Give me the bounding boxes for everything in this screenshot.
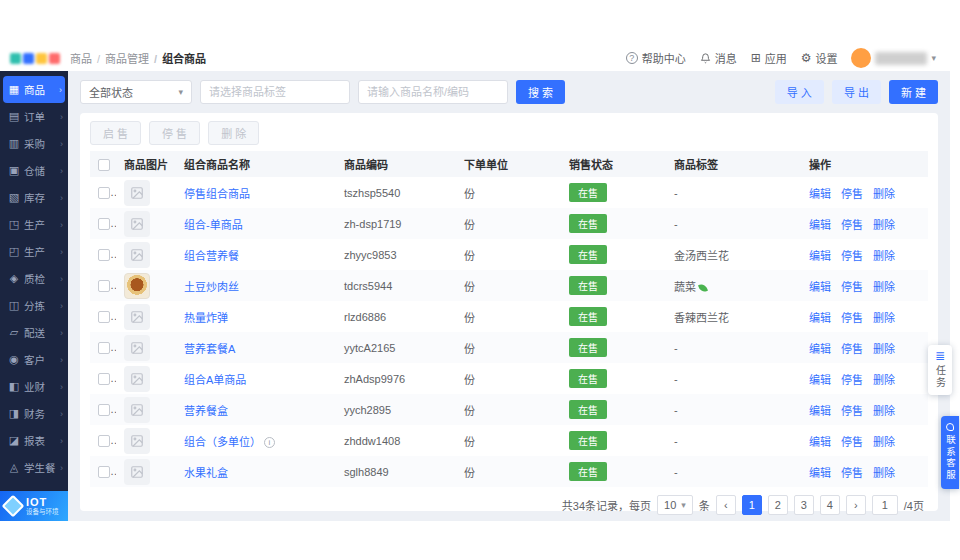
info-icon[interactable]: i [264, 437, 275, 448]
edit-link[interactable]: 编辑 [809, 309, 831, 325]
sidebar-item-报表[interactable]: ◪报表› [0, 427, 68, 454]
delete-link[interactable]: 删除 [873, 278, 895, 294]
stop-sale-link[interactable]: 停售 [841, 278, 863, 294]
sidebar-item-学生餐[interactable]: ◬学生餐› [0, 454, 68, 481]
inventory-icon: ▧ [8, 192, 20, 203]
sidebar-item-采购[interactable]: ▥采购› [0, 130, 68, 157]
bulk-disable-button[interactable]: 停 售 [149, 121, 200, 145]
export-button[interactable]: 导 出 [832, 80, 881, 104]
status-cell: 在售 [561, 208, 666, 239]
stop-sale-link[interactable]: 停售 [841, 216, 863, 232]
page-button-2[interactable]: 2 [768, 495, 788, 515]
row-checkbox[interactable] [98, 280, 110, 292]
sidebar-item-财务[interactable]: ◨财务› [0, 400, 68, 427]
delete-link[interactable]: 删除 [873, 371, 895, 387]
row-checkbox[interactable] [98, 404, 110, 416]
product-name-link[interactable]: 土豆炒肉丝 [184, 281, 239, 293]
page-jump-input[interactable]: 1 [872, 495, 898, 515]
edit-link[interactable]: 编辑 [809, 247, 831, 263]
product-name-link[interactable]: 水果礼盒 [184, 467, 228, 479]
delete-link[interactable]: 删除 [873, 185, 895, 201]
delete-link[interactable]: 删除 [873, 433, 895, 449]
row-checkbox[interactable] [98, 249, 110, 261]
help-center-button[interactable]: ? 帮助中心 [626, 50, 686, 66]
iot-footer[interactable]: IOT 设备与环境 [0, 491, 68, 521]
stop-sale-link[interactable]: 停售 [841, 309, 863, 325]
stop-sale-link[interactable]: 停售 [841, 371, 863, 387]
messages-button[interactable]: 消息 [700, 50, 737, 66]
sidebar-item-分拣[interactable]: ◫分拣› [0, 292, 68, 319]
edit-link[interactable]: 编辑 [809, 216, 831, 232]
product-name-link[interactable]: 组合A单商品 [184, 374, 246, 386]
page-button-1[interactable]: 1 [742, 495, 762, 515]
bulk-enable-button[interactable]: 启 售 [90, 121, 141, 145]
edit-link[interactable]: 编辑 [809, 402, 831, 418]
tag-filter-input[interactable] [200, 80, 350, 104]
stop-sale-link[interactable]: 停售 [841, 340, 863, 356]
sidebar-item-商品[interactable]: ▦商品› [3, 76, 65, 103]
search-button[interactable]: 搜 索 [516, 80, 565, 104]
status-select[interactable]: 全部状态 ▾ [80, 80, 192, 104]
sidebar-item-业财[interactable]: ◧业财› [0, 373, 68, 400]
edit-link[interactable]: 编辑 [809, 340, 831, 356]
next-page-button[interactable]: › [846, 495, 866, 515]
create-button[interactable]: 新 建 [889, 80, 938, 104]
user-menu[interactable]: ▾ [851, 48, 936, 68]
stop-sale-link[interactable]: 停售 [841, 464, 863, 480]
row-checkbox[interactable] [98, 435, 110, 447]
import-button[interactable]: 导 入 [775, 80, 824, 104]
product-name-link[interactable]: 组合（多单位） [184, 436, 261, 448]
edit-link[interactable]: 编辑 [809, 278, 831, 294]
edit-link[interactable]: 编辑 [809, 185, 831, 201]
product-name-link[interactable]: 组合-单商品 [184, 219, 243, 231]
edit-link[interactable]: 编辑 [809, 433, 831, 449]
row-checkbox[interactable] [98, 373, 110, 385]
task-panel-button[interactable]: ≣ 任务 [928, 345, 952, 395]
sidebar-item-配送[interactable]: ▱配送› [0, 319, 68, 346]
sidebar-item-仓储[interactable]: ▣仓储› [0, 157, 68, 184]
product-name-link[interactable]: 营养套餐A [184, 343, 235, 355]
product-name-link[interactable]: 营养餐盒 [184, 405, 228, 417]
sidebar-item-质检[interactable]: ◈质检› [0, 265, 68, 292]
delete-link[interactable]: 删除 [873, 340, 895, 356]
delete-link[interactable]: 删除 [873, 247, 895, 263]
row-checkbox[interactable] [98, 218, 110, 230]
prev-page-button[interactable]: ‹ [716, 495, 736, 515]
row-actions: 编辑停售删除 [809, 402, 920, 418]
row-checkbox[interactable] [98, 342, 110, 354]
sidebar-item-label: 配送 [24, 325, 45, 340]
sidebar-item-库存[interactable]: ▧库存› [0, 184, 68, 211]
keyword-search-input[interactable] [358, 80, 508, 104]
page-size-select[interactable]: 10 ▾ [657, 495, 693, 515]
product-name-link[interactable]: 停售组合商品 [184, 188, 250, 200]
product-name-link[interactable]: 组合营养餐 [184, 250, 239, 262]
breadcrumb-item[interactable]: 商品 [70, 50, 92, 66]
sidebar-item-客户[interactable]: ◉客户› [0, 346, 68, 373]
sidebar-item-生产[interactable]: ◰生产› [0, 238, 68, 265]
contact-service-button[interactable]: 联系客服 [941, 416, 959, 489]
delete-link[interactable]: 删除 [873, 216, 895, 232]
delete-link[interactable]: 删除 [873, 464, 895, 480]
select-all-checkbox[interactable] [98, 159, 110, 171]
sidebar-item-订单[interactable]: ▤订单› [0, 103, 68, 130]
page-button-4[interactable]: 4 [820, 495, 840, 515]
delete-link[interactable]: 删除 [873, 402, 895, 418]
sidebar-item-生产[interactable]: ◳生产› [0, 211, 68, 238]
apps-button[interactable]: ⊞ 应用 [751, 50, 787, 66]
stop-sale-link[interactable]: 停售 [841, 185, 863, 201]
bulk-delete-button[interactable]: 删 除 [208, 121, 259, 145]
edit-link[interactable]: 编辑 [809, 371, 831, 387]
breadcrumb-item[interactable]: 商品管理 [92, 50, 149, 66]
edit-link[interactable]: 编辑 [809, 464, 831, 480]
stop-sale-link[interactable]: 停售 [841, 402, 863, 418]
row-checkbox[interactable] [98, 187, 110, 199]
stop-sale-link[interactable]: 停售 [841, 247, 863, 263]
row-checkbox[interactable] [98, 466, 110, 478]
stop-sale-link[interactable]: 停售 [841, 433, 863, 449]
page-button-3[interactable]: 3 [794, 495, 814, 515]
delete-link[interactable]: 删除 [873, 309, 895, 325]
product-code-cell: rlzd6886 [336, 301, 456, 332]
settings-button[interactable]: ⚙ 设置 [801, 50, 838, 66]
product-name-link[interactable]: 热量炸弹 [184, 312, 228, 324]
row-checkbox[interactable] [98, 311, 110, 323]
